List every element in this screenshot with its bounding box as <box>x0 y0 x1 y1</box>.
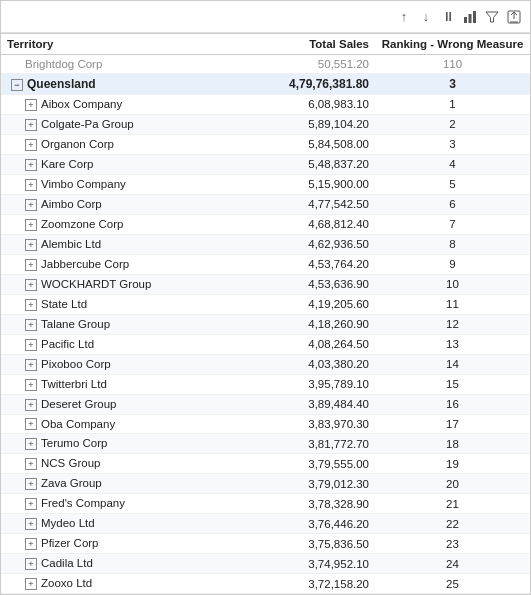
cell-total-sales: 4,03,380.20 <box>209 354 375 374</box>
cell-total-sales: 3,76,446.20 <box>209 514 375 534</box>
table-row: +Talane Group4,18,260.9012 <box>1 314 530 334</box>
expand-icon[interactable]: + <box>25 498 37 510</box>
expand-icon[interactable]: + <box>25 578 37 590</box>
row-name: Mydeo Ltd <box>41 517 95 529</box>
table-row: Brightdog Corp50,551.20110 <box>1 55 530 74</box>
cell-territory: +Pfizer Corp <box>1 534 209 554</box>
cell-territory: +Alembic Ltd <box>1 234 209 254</box>
expand-icon[interactable]: + <box>25 418 37 430</box>
cell-total-sales: 3,89,484.40 <box>209 394 375 414</box>
expand-icon[interactable]: + <box>25 339 37 351</box>
expand-icon[interactable]: + <box>25 399 37 411</box>
table-row: +Mydeo Ltd3,76,446.2022 <box>1 514 530 534</box>
expand-icon[interactable]: + <box>25 279 37 291</box>
expand-icon[interactable]: + <box>25 179 37 191</box>
expand-icon[interactable]: + <box>25 319 37 331</box>
expand-icon[interactable]: + <box>25 299 37 311</box>
cell-territory: +Zoomzone Corp <box>1 214 209 234</box>
main-container: ↑ ↓ ⏸ <box>0 0 531 595</box>
row-name: Brightdog Corp <box>25 58 102 70</box>
sort-desc-icon[interactable]: ↓ <box>418 9 434 25</box>
table-row: +Organon Corp5,84,508.003 <box>1 134 530 154</box>
table-row: +Colgate-Pa Group5,89,104.202 <box>1 114 530 134</box>
row-name: Colgate-Pa Group <box>41 118 134 130</box>
row-name: Kare Corp <box>41 158 93 170</box>
cell-total-sales: 3,72,158.20 <box>209 574 375 594</box>
row-name: NCS Group <box>41 457 100 469</box>
expand-icon[interactable]: + <box>25 199 37 211</box>
expand-icon[interactable]: + <box>25 518 37 530</box>
table-row: +Terumo Corp3,81,772.7018 <box>1 434 530 454</box>
expand-icon[interactable]: + <box>25 219 37 231</box>
expand-icon[interactable]: + <box>25 538 37 550</box>
cell-total-sales: 4,08,264.50 <box>209 334 375 354</box>
cell-ranking: 20 <box>375 474 530 494</box>
svg-rect-0 <box>464 17 467 23</box>
table-row: +Zoomzone Corp4,68,812.407 <box>1 214 530 234</box>
data-table: Territory Total Sales Ranking - Wrong Me… <box>1 33 530 594</box>
row-name: Oba Company <box>41 418 115 430</box>
cell-ranking: 21 <box>375 494 530 514</box>
row-name: Zoomzone Corp <box>41 218 123 230</box>
cell-total-sales: 4,77,542.50 <box>209 194 375 214</box>
expand-icon[interactable]: + <box>25 239 37 251</box>
row-name: Aibox Company <box>41 98 122 110</box>
col-territory[interactable]: Territory <box>1 34 209 55</box>
cell-ranking: 14 <box>375 354 530 374</box>
expand-icon[interactable]: + <box>25 478 37 490</box>
expand-icon[interactable]: + <box>25 438 37 450</box>
expand-icon[interactable]: + <box>25 159 37 171</box>
cell-territory: +Vimbo Company <box>1 174 209 194</box>
col-total-sales[interactable]: Total Sales <box>209 34 375 55</box>
table-scroll[interactable]: Territory Total Sales Ranking - Wrong Me… <box>1 33 530 594</box>
col-ranking[interactable]: Ranking - Wrong Measure <box>375 34 530 55</box>
cell-total-sales: 3,75,836.50 <box>209 534 375 554</box>
cell-total-sales: 3,79,555.00 <box>209 454 375 474</box>
cell-total-sales: 4,68,812.40 <box>209 214 375 234</box>
row-name: Terumo Corp <box>41 437 107 449</box>
cell-ranking: 23 <box>375 534 530 554</box>
row-name: Alembic Ltd <box>41 238 101 250</box>
expand-icon[interactable]: + <box>25 379 37 391</box>
cell-ranking: 16 <box>375 394 530 414</box>
expand-icon[interactable]: + <box>25 259 37 271</box>
cell-total-sales: 3,81,772.70 <box>209 434 375 454</box>
row-name: WOCKHARDT Group <box>41 278 151 290</box>
pause-icon[interactable]: ⏸ <box>440 9 456 25</box>
expand-icon[interactable]: + <box>25 458 37 470</box>
cell-total-sales: 3,78,328.90 <box>209 494 375 514</box>
cell-total-sales: 3,83,970.30 <box>209 414 375 434</box>
svg-marker-3 <box>486 12 498 22</box>
cell-territory: +NCS Group <box>1 454 209 474</box>
row-name: Fred's Company <box>41 497 125 509</box>
cell-total-sales: 5,89,104.20 <box>209 114 375 134</box>
sort-asc-icon[interactable]: ↑ <box>396 9 412 25</box>
cell-ranking: 22 <box>375 514 530 534</box>
table-row: +Vimbo Company5,15,900.005 <box>1 174 530 194</box>
cell-ranking: 13 <box>375 334 530 354</box>
cell-ranking: 4 <box>375 154 530 174</box>
cell-territory: +State Ltd <box>1 294 209 314</box>
cell-territory: +Oba Company <box>1 414 209 434</box>
expand-icon[interactable]: + <box>25 359 37 371</box>
cell-ranking: 10 <box>375 274 530 294</box>
cell-ranking: 3 <box>375 134 530 154</box>
cell-total-sales: 4,53,764.20 <box>209 254 375 274</box>
cell-territory: +Zava Group <box>1 474 209 494</box>
expand-icon[interactable]: + <box>25 139 37 151</box>
expand-icon[interactable]: + <box>25 558 37 570</box>
table-row: +Alembic Ltd4,62,936.508 <box>1 234 530 254</box>
cell-total-sales: 4,53,636.90 <box>209 274 375 294</box>
expand-icon[interactable]: + <box>25 119 37 131</box>
chart-icon[interactable] <box>462 9 478 25</box>
toolbar: ↑ ↓ ⏸ <box>1 1 530 33</box>
cell-territory: +Aimbo Corp <box>1 194 209 214</box>
table-row: +Cadila Ltd3,74,952.1024 <box>1 554 530 574</box>
row-name: Cadila Ltd <box>41 557 93 569</box>
row-name: Aimbo Corp <box>41 198 102 210</box>
export-icon[interactable] <box>506 9 522 25</box>
filter-icon[interactable] <box>484 9 500 25</box>
cell-territory: +Talane Group <box>1 314 209 334</box>
expand-icon[interactable]: + <box>25 99 37 111</box>
expand-icon[interactable]: − <box>11 79 23 91</box>
